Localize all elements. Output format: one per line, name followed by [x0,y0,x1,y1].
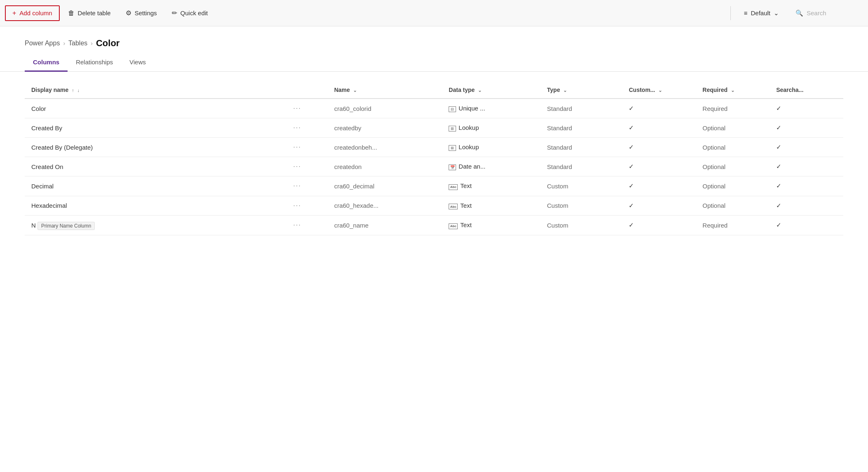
custom-check-icon: ✓ [629,124,634,131]
col-header-custom[interactable]: Custom... ⌄ [622,82,696,99]
table-area: Display name ↑ ↓ Name ⌄ Data type ⌄ Type… [0,82,868,235]
cell-ellipsis[interactable]: ··· [287,157,328,176]
cell-ellipsis[interactable]: ··· [287,99,328,118]
add-column-button[interactable]: + Add column [5,5,60,21]
toolbar-right: ≡ Default ⌄ 🔍 Search [730,6,863,20]
cell-ellipsis[interactable]: ··· [287,196,328,216]
cell-required: Optional [696,138,770,157]
cell-display-name: Created By [25,118,287,138]
custom-sort-icon: ⌄ [658,88,662,93]
search-box[interactable]: 🔍 Search [789,6,863,20]
cell-name: cra60_name [328,216,442,235]
table-row: N Primary Name Column ··· cra60_name Abc… [25,216,843,235]
cell-type: Standard [540,138,622,157]
cell-custom: ✓ [622,157,696,176]
search-icon: 🔍 [795,9,803,17]
col-header-datatype[interactable]: Data type ⌄ [442,82,540,99]
cell-ellipsis[interactable]: ··· [287,176,328,196]
cell-required: Optional [696,196,770,216]
table-header-row: Display name ↑ ↓ Name ⌄ Data type ⌄ Type… [25,82,843,99]
cell-name: createdon [328,157,442,176]
row-options-icon[interactable]: ··· [293,182,301,189]
type-sort-icon: ⌄ [563,88,567,93]
quick-edit-button[interactable]: ✏ Quick edit [165,6,215,20]
col-header-type[interactable]: Type ⌄ [540,82,622,99]
cell-searchable: ✓ [770,157,843,176]
cell-datatype: AbcText [442,196,540,216]
gear-icon: ⚙ [126,9,131,17]
searchable-check-icon: ✓ [776,182,781,189]
tab-relationships[interactable]: Relationships [68,54,121,72]
col-header-searchable[interactable]: Searcha... [770,82,843,99]
row-options-icon[interactable]: ··· [293,124,301,131]
cell-display-name: N Primary Name Column [25,216,287,235]
cell-display-name: Created By (Delegate) [25,138,287,157]
custom-check-icon: ✓ [629,163,634,170]
searchable-check-icon: ✓ [776,202,781,209]
cell-type: Custom [540,176,622,196]
cell-type: Custom [540,196,622,216]
tab-columns[interactable]: Columns [25,54,68,72]
cell-required: Optional [696,157,770,176]
cell-searchable: ✓ [770,138,843,157]
custom-check-icon: ✓ [629,202,634,209]
table-row: Created By ··· createdby ⊞Lookup Standar… [25,118,843,138]
cell-name: cra60_colorid [328,99,442,118]
required-sort-icon: ⌄ [731,88,735,93]
cell-searchable: ✓ [770,118,843,138]
custom-check-icon: ✓ [629,143,634,150]
plus-icon: + [12,9,16,17]
default-view-button[interactable]: ≡ Default ⌄ [737,6,786,20]
sort-asc-icon: ↑ [72,88,74,93]
columns-table: Display name ↑ ↓ Name ⌄ Data type ⌄ Type… [25,82,843,235]
cell-name: createdby [328,118,442,138]
cell-custom: ✓ [622,176,696,196]
breadcrumb-powerapps[interactable]: Power Apps [25,40,60,47]
row-options-icon[interactable]: ··· [293,221,301,228]
settings-button[interactable]: ⚙ Settings [119,6,164,20]
row-options-icon[interactable]: ··· [293,163,301,170]
cell-datatype: ⊞Lookup [442,138,540,157]
breadcrumb-tables[interactable]: Tables [68,40,87,47]
row-options-icon[interactable]: ··· [293,202,301,209]
cell-custom: ✓ [622,99,696,118]
cell-searchable: ✓ [770,176,843,196]
cell-display-name: Color [25,99,287,118]
cell-required: Optional [696,176,770,196]
cell-ellipsis[interactable]: ··· [287,118,328,138]
cell-searchable: ✓ [770,99,843,118]
tabs-container: Columns Relationships Views [0,54,868,72]
searchable-check-icon: ✓ [776,105,781,112]
cell-datatype: ⊞Lookup [442,118,540,138]
breadcrumb: Power Apps › Tables › Color [0,26,868,54]
table-row: Created On ··· createdon 📅Date an... Sta… [25,157,843,176]
breadcrumb-sep-2: › [91,40,93,47]
row-options-icon[interactable]: ··· [293,105,301,112]
cell-display-name: Decimal [25,176,287,196]
chevron-down-icon: ⌄ [774,9,779,17]
cell-custom: ✓ [622,138,696,157]
trash-icon: 🗑 [68,9,75,17]
cell-searchable: ✓ [770,196,843,216]
col-header-required[interactable]: Required ⌄ [696,82,770,99]
table-row: Created By (Delegate) ··· createdonbeh..… [25,138,843,157]
cell-type: Standard [540,99,622,118]
cell-required: Optional [696,118,770,138]
delete-table-button[interactable]: 🗑 Delete table [61,6,117,20]
cell-ellipsis[interactable]: ··· [287,138,328,157]
col-header-display-name[interactable]: Display name ↑ ↓ [25,82,287,99]
col-header-name[interactable]: Name ⌄ [328,82,442,99]
hamburger-icon: ≡ [744,9,748,16]
datatype-sort-icon: ⌄ [478,88,482,93]
tab-views[interactable]: Views [121,54,154,72]
cell-name: createdonbeh... [328,138,442,157]
cell-custom: ✓ [622,216,696,235]
breadcrumb-current: Color [96,38,119,49]
cell-required: Required [696,216,770,235]
cell-datatype: AbcText [442,176,540,196]
name-sort-icon: ⌄ [353,88,357,93]
cell-ellipsis[interactable]: ··· [287,216,328,235]
row-options-icon[interactable]: ··· [293,143,301,150]
col-header-actions [287,82,328,99]
table-row: Color ··· cra60_colorid ⊟Unique ... Stan… [25,99,843,118]
